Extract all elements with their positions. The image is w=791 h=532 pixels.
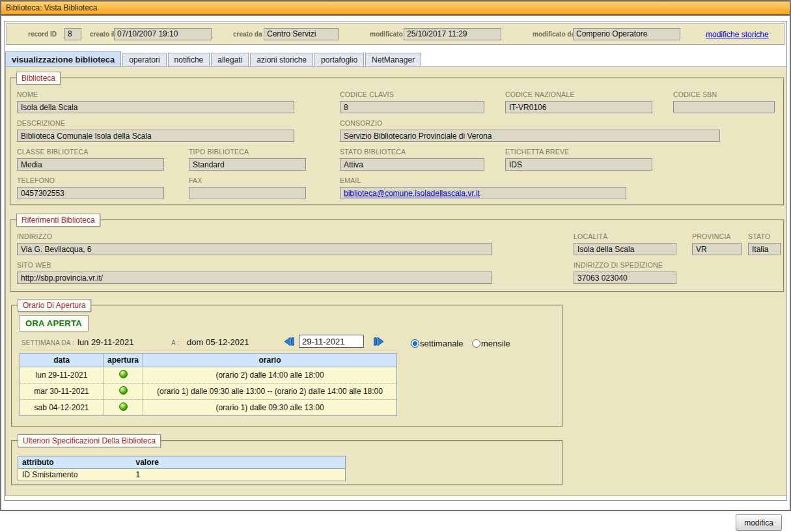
- attributi-col-attributo: attributo: [18, 456, 132, 469]
- valore-cell: 1: [132, 469, 346, 481]
- radio-mensile-label: mensile: [481, 339, 510, 348]
- ulteriori-legend: Ulteriori Specificazioni Della Bibliotec…: [18, 434, 161, 447]
- modificato-il-field: 25/10/2017 11:29: [404, 28, 501, 40]
- creato-da-field: Centro Servizi: [264, 28, 339, 40]
- radio-settimanale-icon: [411, 339, 419, 348]
- tab-operatori[interactable]: operatori: [122, 53, 166, 66]
- orario-row-hours: (orario 1) dalle 09:30 alle 13:00: [143, 400, 397, 416]
- tab-netmanager[interactable]: NetManager: [365, 53, 421, 66]
- settimana-da-label: SETTIMANA DA :: [21, 339, 74, 346]
- codice-sbn-field: [673, 101, 775, 113]
- codice-sbn-label: CODICE SBN: [673, 91, 717, 98]
- fax-label: FAX: [189, 176, 202, 184]
- email-link[interactable]: biblioteca@comune.isoladellascala.vr.it: [344, 189, 480, 198]
- tab-visualizzazione-biblioteca[interactable]: visualizzazione biblioteca: [5, 51, 121, 66]
- orario-legend: Orario Di Apertura: [18, 299, 91, 312]
- fax-field: [189, 187, 306, 199]
- creato-da-label: creato da: [233, 31, 262, 38]
- record-id-label: record ID: [28, 31, 57, 38]
- biblioteca-legend: Biblioteca: [16, 72, 61, 85]
- radio-mensile-icon: [472, 339, 480, 348]
- radio-settimanale[interactable]: settimanale: [411, 337, 463, 349]
- riferimenti-legend: Riferimenti Biblioteca: [16, 214, 100, 227]
- content-frame: record ID 8 creato il 07/10/2007 19:10 c…: [4, 21, 787, 501]
- consorzio-label: CONSORZIO: [340, 119, 382, 127]
- attributo-cell: ID Smistamento: [18, 469, 132, 481]
- creato-il-field: 07/10/2007 19:10: [114, 28, 212, 40]
- stato-field: Italia: [748, 243, 781, 255]
- radio-settimanale-label: settimanale: [420, 339, 463, 348]
- modificato-da-field: Comperio Operatore: [573, 28, 680, 40]
- email-label: EMAIL: [340, 176, 361, 184]
- telefono-label: TELEFONO: [17, 176, 55, 184]
- settimana-a-label: A :: [171, 339, 179, 346]
- attributi-table-row: ID Smistamento 1: [18, 469, 346, 481]
- next-week-icon[interactable]: [372, 337, 385, 347]
- tab-notifiche[interactable]: notifiche: [168, 53, 210, 66]
- stato-biblioteca-label: STATO BIBLIOTECA: [340, 148, 406, 156]
- codice-clavis-label: CODICE CLAVIS: [340, 91, 394, 98]
- nome-field: Isola della Scala: [17, 101, 294, 113]
- indirizzo-spedizione-label: INDIRIZZO DI SPEDIZIONE: [574, 261, 663, 269]
- radio-mensile[interactable]: mensile: [472, 337, 510, 349]
- tab-portafoglio[interactable]: portafoglio: [314, 53, 364, 66]
- tipo-biblioteca-label: TIPO BIBLIOTECA: [189, 148, 249, 156]
- telefono-field: 0457302553: [17, 187, 164, 199]
- codice-clavis-field: 8: [340, 101, 484, 113]
- attributi-col-valore: valore: [132, 456, 346, 469]
- indirizzo-field: Via G. Bevilacqua, 6: [17, 243, 492, 255]
- nome-label: NOME: [17, 91, 38, 98]
- orario-row-date: lun 29-11-2021: [20, 367, 104, 384]
- ora-aperta-badge: ORA APERTA: [19, 315, 89, 331]
- descrizione-label: DESCRIZIONE: [17, 119, 65, 127]
- sito-web-label: SITO WEB: [17, 261, 51, 269]
- tab-azioni-storiche[interactable]: azioni storiche: [250, 53, 313, 66]
- orario-row-hours: (orario 1) dalle 09:30 alle 13:00 -- (or…: [143, 384, 397, 400]
- modifica-button[interactable]: modifica: [736, 514, 782, 531]
- orario-col-apertura: apertura: [104, 354, 143, 367]
- localita-field: Isola della Scala: [574, 243, 676, 255]
- classe-biblioteca-label: CLASSE BIBLIOTECA: [17, 148, 89, 156]
- week-date-input[interactable]: [299, 335, 364, 348]
- stato-biblioteca-field: Attiva: [340, 158, 484, 171]
- indirizzo-label: INDIRIZZO: [17, 232, 52, 240]
- modifiche-storiche-link[interactable]: modifiche storiche: [706, 30, 769, 39]
- record-info-bar: record ID 8 creato il 07/10/2007 19:10 c…: [7, 23, 784, 45]
- etichetta-breve-label: ETICHETTA BREVE: [505, 148, 570, 156]
- orario-table-row: sab 04-12-2021 (orario 1) dalle 09:30 al…: [20, 400, 397, 416]
- orario-table: data apertura orario lun 29-11-2021 (ora…: [20, 353, 397, 416]
- orario-row-hours: (orario 2) dalle 14:00 alle 18:00: [143, 367, 397, 384]
- ulteriori-fieldset: Ulteriori Specificazioni Della Bibliotec…: [11, 440, 563, 486]
- modificato-il-label: modificato il: [370, 31, 408, 38]
- localita-label: LOCALITÀ: [574, 232, 607, 240]
- biblioteca-fieldset: Biblioteca NOME Isola della Scala CODICE…: [10, 77, 784, 206]
- orario-table-row: mar 30-11-2021 (orario 1) dalle 09:30 al…: [20, 384, 397, 400]
- open-status-icon: [119, 386, 128, 395]
- previous-week-icon[interactable]: [283, 337, 296, 347]
- settimana-da-value: lun 29-11-2021: [77, 337, 134, 347]
- record-id-field: 8: [64, 28, 81, 40]
- etichetta-breve-field: IDS: [505, 158, 652, 171]
- classe-biblioteca-field: Media: [17, 158, 164, 171]
- provincia-field: VR: [692, 243, 742, 255]
- stato-label: STATO: [748, 232, 770, 240]
- orario-row-date: sab 04-12-2021: [20, 400, 104, 416]
- modificato-da-label: modificato da: [533, 31, 575, 38]
- provincia-label: PROVINCIA: [692, 232, 731, 240]
- codice-nazionale-field: IT-VR0106: [505, 101, 652, 113]
- creato-il-label: creato il: [90, 31, 115, 38]
- orario-table-row: lun 29-11-2021 (orario 2) dalle 14:00 al…: [20, 367, 397, 384]
- riferimenti-fieldset: Riferimenti Biblioteca INDIRIZZO Via G. …: [10, 219, 784, 292]
- tab-bar: visualizzazione biblioteca operatori not…: [5, 51, 423, 66]
- descrizione-field: Biblioteca Comunale Isola della Scala: [17, 130, 294, 142]
- consorzio-field: Servizio Bibliotecario Provinciale di Ve…: [340, 130, 720, 142]
- email-field: biblioteca@comune.isoladellascala.vr.it: [340, 187, 626, 199]
- window-title: Biblioteca: Vista Biblioteca: [1, 1, 790, 16]
- tab-allegati[interactable]: allegati: [211, 53, 249, 66]
- app-window: Biblioteca: Vista Biblioteca record ID 8…: [0, 0, 791, 511]
- orario-col-orario: orario: [143, 354, 397, 367]
- tab-panel: Biblioteca NOME Isola della Scala CODICE…: [5, 66, 787, 496]
- open-status-icon: [119, 370, 128, 378]
- orario-fieldset: Orario Di Apertura ORA APERTA SETTIMANA …: [11, 305, 563, 427]
- indirizzo-spedizione-field: 37063 023040: [574, 272, 676, 284]
